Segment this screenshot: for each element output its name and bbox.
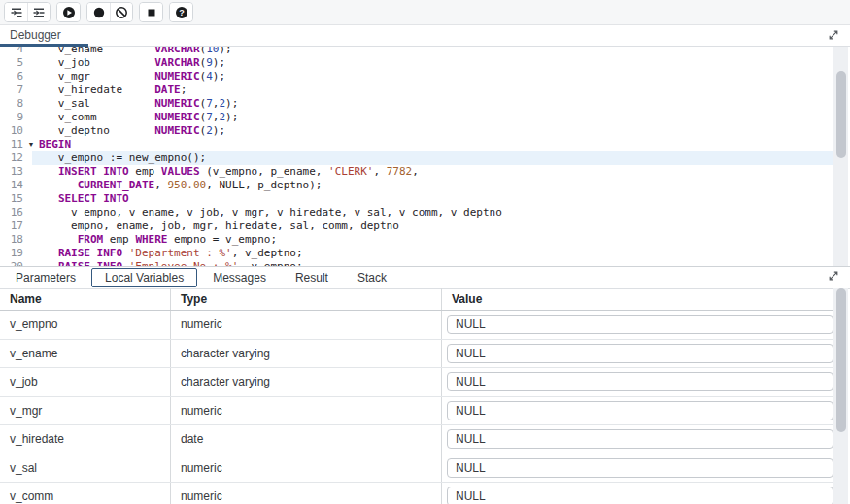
expand-diagonal-icon bbox=[827, 28, 840, 42]
variable-type: character varying bbox=[171, 340, 442, 368]
gutter-line-number[interactable]: 9 bbox=[0, 111, 23, 124]
debugger-toolbar: ? bbox=[0, 0, 850, 25]
gutter-line-number[interactable]: 5 bbox=[0, 56, 23, 70]
code-line-8[interactable]: 8 v_sal NUMERIC(7,2); bbox=[0, 97, 833, 111]
code-line-4[interactable]: 4 v_ename VARCHAR(10); bbox=[0, 47, 833, 56]
gutter-line-number[interactable]: 15 bbox=[0, 192, 23, 206]
panel-tab-local-variables[interactable]: Local Variables bbox=[91, 268, 197, 287]
gutter-line-number[interactable]: 13 bbox=[0, 165, 23, 179]
gutter-line-number[interactable]: 4 bbox=[0, 47, 23, 56]
gutter-line-number[interactable]: 18 bbox=[0, 233, 23, 247]
gutter-line-number[interactable]: 6 bbox=[0, 70, 23, 84]
code-line-16[interactable]: 16 v_empno, v_ename, v_job, v_mgr, v_hir… bbox=[0, 206, 833, 219]
variable-name: v_mgr bbox=[0, 397, 171, 425]
variable-value-input[interactable] bbox=[447, 429, 833, 449]
gutter-line-number[interactable]: 8 bbox=[0, 97, 23, 111]
panel-expand-button[interactable] bbox=[825, 269, 842, 285]
variable-value-input[interactable] bbox=[447, 401, 833, 420]
panel-scrollbar-thumb[interactable] bbox=[836, 288, 846, 432]
variable-value-input[interactable] bbox=[447, 344, 833, 363]
code-line-text: INSERT INTO emp VALUES (v_empno, p_ename… bbox=[39, 165, 419, 179]
gutter-line-number[interactable]: 16 bbox=[0, 206, 23, 219]
tab-debugger[interactable]: Debugger bbox=[0, 25, 88, 47]
toggle-breakpoint-button[interactable] bbox=[87, 3, 110, 21]
variable-name: v_ename bbox=[0, 340, 171, 368]
table-header-row: Name Type Value bbox=[0, 288, 833, 311]
code-line-11[interactable]: 11▼BEGIN bbox=[0, 138, 833, 151]
code-line-text: v_empno, v_ename, v_job, v_mgr, v_hireda… bbox=[39, 206, 502, 219]
variable-row-v_empno: v_empnonumeric bbox=[0, 311, 833, 340]
column-header-type: Type bbox=[171, 288, 442, 310]
table-body: v_empnonumericv_enamecharacter varyingv_… bbox=[0, 311, 833, 504]
variable-row-v_mgr: v_mgrnumeric bbox=[0, 397, 833, 426]
continue-button[interactable] bbox=[57, 3, 80, 21]
breakpoint-circle-icon bbox=[92, 6, 106, 19]
gutter-line-number[interactable]: 7 bbox=[0, 84, 23, 97]
breakpoint-button-group bbox=[86, 2, 133, 22]
help-button[interactable]: ? bbox=[170, 3, 192, 21]
code-line-14[interactable]: 14 CURRENT_DATE, 950.00, NULL, p_deptno)… bbox=[0, 179, 833, 192]
variable-name: v_job bbox=[0, 368, 171, 396]
code-line-18[interactable]: 18 FROM emp WHERE empno = v_empno; bbox=[0, 233, 833, 247]
variable-value-cell bbox=[442, 425, 833, 454]
panel-tab-result[interactable]: Result bbox=[282, 268, 342, 287]
code-line-text: FROM emp WHERE empno = v_empno; bbox=[39, 233, 277, 247]
step-button-group bbox=[4, 2, 51, 22]
fold-gutter-spacer bbox=[23, 151, 39, 165]
variable-row-v_comm: v_commnumeric bbox=[0, 483, 833, 504]
panel-tab-stack[interactable]: Stack bbox=[344, 268, 400, 287]
code-line-12[interactable]: 12 v_empno := new_empno(); bbox=[0, 151, 833, 165]
panel-scrollbar-track[interactable] bbox=[833, 288, 848, 504]
variable-name: v_hiredate bbox=[0, 425, 171, 454]
code-line-text: v_job VARCHAR(9); bbox=[39, 56, 225, 70]
gutter-line-number[interactable]: 11 bbox=[0, 138, 23, 151]
code-line-9[interactable]: 9 v_comm NUMERIC(7,2); bbox=[0, 111, 833, 124]
editor-scrollbar-track[interactable] bbox=[833, 47, 848, 266]
code-editor[interactable]: 4 v_ename VARCHAR(10);5 v_job VARCHAR(9)… bbox=[0, 47, 850, 266]
code-line-text: BEGIN bbox=[39, 138, 71, 151]
editor-expand-button[interactable] bbox=[825, 28, 842, 44]
panel-tab-messages[interactable]: Messages bbox=[199, 268, 280, 287]
step-into-button[interactable] bbox=[5, 3, 27, 21]
panel-tab-bar: ParametersLocal VariablesMessagesResultS… bbox=[0, 267, 850, 289]
variable-row-v_job: v_jobcharacter varying bbox=[0, 368, 833, 397]
fold-gutter-spacer bbox=[23, 56, 39, 70]
variable-value-input[interactable] bbox=[447, 487, 833, 504]
gutter-line-number[interactable]: 12 bbox=[0, 151, 23, 165]
code-line-7[interactable]: 7 v_hiredate DATE; bbox=[0, 84, 833, 97]
variable-value-cell bbox=[442, 311, 833, 339]
gutter-line-number[interactable]: 14 bbox=[0, 179, 23, 192]
pgadmin-debugger-window: ? Debugger 4 v_ename VARCHAR(10);5 v_job… bbox=[0, 0, 850, 504]
variable-value-input[interactable] bbox=[447, 458, 833, 478]
step-over-button[interactable] bbox=[27, 3, 50, 21]
code-line-text: v_sal NUMERIC(7,2); bbox=[39, 97, 238, 111]
code-line-17[interactable]: 17 empno, ename, job, mgr, hiredate, sal… bbox=[0, 219, 833, 233]
gutter-line-number[interactable]: 17 bbox=[0, 219, 23, 233]
code-line-text: v_hiredate DATE; bbox=[39, 84, 187, 97]
fold-gutter-spacer bbox=[23, 219, 39, 233]
code-line-19[interactable]: 19 RAISE INFO 'Department : %', v_deptno… bbox=[0, 247, 833, 260]
gutter-line-number[interactable]: 19 bbox=[0, 247, 23, 260]
column-header-name: Name bbox=[0, 288, 171, 310]
variable-value-input[interactable] bbox=[447, 372, 833, 391]
editor-scrollbar-thumb[interactable] bbox=[836, 71, 846, 158]
fold-marker-icon[interactable]: ▼ bbox=[23, 138, 39, 151]
code-line-13[interactable]: 13 INSERT INTO emp VALUES (v_empno, p_en… bbox=[0, 165, 833, 179]
column-header-value: Value bbox=[442, 288, 833, 310]
code-line-5[interactable]: 5 v_job VARCHAR(9); bbox=[0, 56, 833, 70]
fold-gutter-spacer bbox=[23, 97, 39, 111]
variable-type: numeric bbox=[171, 483, 442, 504]
panel-tab-parameters[interactable]: Parameters bbox=[2, 268, 89, 287]
code-line-15[interactable]: 15 SELECT INTO bbox=[0, 192, 833, 206]
clear-all-breakpoints-button[interactable] bbox=[110, 3, 132, 21]
code-line-6[interactable]: 6 v_mgr NUMERIC(4); bbox=[0, 70, 833, 84]
stop-button[interactable] bbox=[140, 3, 162, 21]
code-line-10[interactable]: 10 v_deptno NUMERIC(2); bbox=[0, 124, 833, 138]
variable-value-cell bbox=[442, 397, 833, 425]
variable-type: numeric bbox=[171, 454, 442, 483]
variable-type: date bbox=[171, 425, 442, 454]
code-line-text: v_mgr NUMERIC(4); bbox=[39, 70, 225, 84]
gutter-line-number[interactable]: 10 bbox=[0, 124, 23, 138]
variable-value-input[interactable] bbox=[447, 315, 833, 334]
variable-type: numeric bbox=[171, 311, 442, 339]
